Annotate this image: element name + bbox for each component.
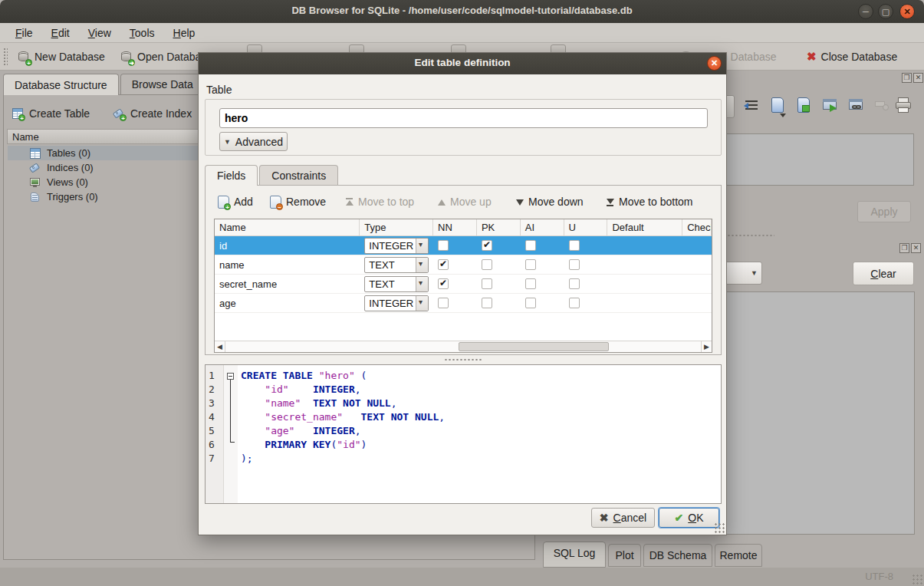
tab-sql-log[interactable]: SQL Log xyxy=(543,542,606,568)
column-header-type[interactable]: Type xyxy=(360,219,433,235)
save-file-icon[interactable] xyxy=(794,95,814,118)
dock-float-button[interactable]: ❐ xyxy=(899,243,909,253)
column-header-check[interactable]: Check xyxy=(682,219,712,235)
dialog-resize-grip[interactable] xyxy=(714,522,725,533)
field-default-cell[interactable] xyxy=(607,275,682,293)
field-row-secret_name[interactable]: secret_nameTEXT xyxy=(215,275,712,294)
type-combobox[interactable]: TEXT xyxy=(364,276,429,292)
column-header-name[interactable]: Name xyxy=(215,219,360,235)
menu-help[interactable]: Help xyxy=(166,25,203,41)
remove-field-button[interactable]: − Remove xyxy=(270,193,326,211)
field-check-cell[interactable] xyxy=(682,255,712,274)
field-name-cell[interactable]: secret_name xyxy=(215,275,360,293)
field-row-name[interactable]: nameTEXT xyxy=(215,255,712,275)
move-to-bottom-button[interactable]: Move to bottom xyxy=(606,193,693,211)
field-row-age[interactable]: ageINTEGER xyxy=(215,294,712,313)
dock-float-button[interactable]: ❐ xyxy=(902,73,912,83)
u-checkbox[interactable] xyxy=(569,298,580,308)
field-name-cell[interactable]: age xyxy=(215,294,360,312)
u-cell xyxy=(564,275,608,293)
ai-checkbox[interactable] xyxy=(525,278,536,289)
dock-close-button[interactable]: ✕ xyxy=(913,73,923,83)
tab-remote[interactable]: Remote xyxy=(715,544,762,567)
type-combobox[interactable]: INTEGER xyxy=(364,238,429,254)
column-header-ai[interactable]: AI xyxy=(521,219,564,235)
new-database-button[interactable]: + New Database xyxy=(12,46,110,67)
ok-button[interactable]: ✔ OK xyxy=(659,508,719,528)
field-name-cell[interactable]: name xyxy=(215,255,360,274)
fields-grid-hscrollbar[interactable]: ◀ ▶ xyxy=(215,341,712,352)
import-file-icon[interactable] xyxy=(768,95,788,118)
field-default-cell[interactable] xyxy=(607,255,682,274)
chevron-down-icon[interactable] xyxy=(416,277,428,291)
word-wrap-icon[interactable] xyxy=(742,95,762,118)
dialog-splitter-handle[interactable] xyxy=(444,358,482,361)
column-header-pk[interactable]: PK xyxy=(477,219,521,235)
dock-splitter-handle[interactable] xyxy=(727,234,774,237)
u-checkbox[interactable] xyxy=(569,259,580,270)
pk-checkbox[interactable] xyxy=(482,278,492,289)
nn-checkbox[interactable] xyxy=(438,259,449,270)
type-combobox[interactable]: INTEGER xyxy=(364,295,429,311)
create-index-button[interactable]: + Create Index xyxy=(113,104,192,123)
export-icon[interactable] xyxy=(820,95,840,118)
u-checkbox[interactable] xyxy=(569,278,580,289)
field-default-cell[interactable] xyxy=(607,236,682,255)
link-icon[interactable] xyxy=(847,95,866,118)
scroll-right-arrow[interactable]: ▶ xyxy=(701,341,712,352)
ai-checkbox[interactable] xyxy=(525,240,536,251)
column-header-nn[interactable]: NN xyxy=(433,219,477,235)
window-maximize-button[interactable]: ▢ xyxy=(878,4,893,19)
nn-checkbox[interactable] xyxy=(438,298,449,308)
tab-browse-data[interactable]: Browse Data xyxy=(120,74,205,95)
ai-checkbox[interactable] xyxy=(525,259,536,270)
field-check-cell[interactable] xyxy=(682,294,712,312)
scroll-left-arrow[interactable]: ◀ xyxy=(215,341,225,352)
cancel-button[interactable]: ✖ Cancel xyxy=(591,508,655,528)
menu-view[interactable]: View xyxy=(81,25,119,41)
tab-plot[interactable]: Plot xyxy=(608,544,641,567)
chevron-down-icon[interactable] xyxy=(416,239,428,253)
window-close-button[interactable]: ✕ xyxy=(899,4,915,19)
dock-close-button[interactable]: ✕ xyxy=(911,243,921,253)
toolbar-drag-handle[interactable] xyxy=(3,48,8,66)
print-icon[interactable] xyxy=(894,95,914,118)
table-name-input[interactable] xyxy=(219,108,708,128)
pk-checkbox[interactable] xyxy=(482,298,492,308)
menu-tools[interactable]: Tools xyxy=(122,25,163,41)
column-header-u[interactable]: U xyxy=(564,219,608,235)
scrollbar-thumb[interactable] xyxy=(459,342,609,351)
window-resize-grip[interactable] xyxy=(912,574,922,584)
clear-log-button[interactable]: Clear xyxy=(853,262,914,285)
tab-constraints[interactable]: Constraints xyxy=(259,165,338,186)
move-down-button[interactable]: Move down xyxy=(515,193,584,211)
menubar: File Edit View Tools Help xyxy=(0,23,924,43)
create-table-button[interactable]: + Create Table xyxy=(12,104,90,123)
field-row-id[interactable]: idINTEGER xyxy=(215,236,712,255)
fold-collapse-icon[interactable] xyxy=(227,373,234,380)
chevron-down-icon[interactable] xyxy=(416,258,428,272)
type-combobox[interactable]: TEXT xyxy=(364,257,429,273)
menu-edit[interactable]: Edit xyxy=(44,25,77,41)
add-field-button[interactable]: + Add xyxy=(218,193,253,211)
tab-database-structure[interactable]: Database Structure xyxy=(3,74,119,95)
field-name-cell[interactable]: id xyxy=(215,236,360,255)
menu-file[interactable]: File xyxy=(8,25,41,41)
field-check-cell[interactable] xyxy=(682,236,712,255)
pk-checkbox[interactable] xyxy=(482,259,492,270)
close-database-button[interactable]: ✖ Close Database xyxy=(802,46,902,67)
chevron-down-icon[interactable] xyxy=(416,296,428,311)
column-header-default[interactable]: Default xyxy=(607,219,682,235)
field-default-cell[interactable] xyxy=(607,294,682,312)
tab-db-schema[interactable]: DB Schema xyxy=(643,544,712,567)
ai-checkbox[interactable] xyxy=(525,298,536,308)
tab-fields[interactable]: Fields xyxy=(205,165,258,186)
dialog-close-button[interactable]: ✕ xyxy=(707,56,722,71)
window-minimize-button[interactable]: ─ xyxy=(858,4,873,19)
advanced-button[interactable]: ▼ Advanced xyxy=(219,132,288,151)
u-checkbox[interactable] xyxy=(569,240,580,251)
nn-checkbox[interactable] xyxy=(438,278,449,289)
pk-checkbox[interactable] xyxy=(482,240,492,251)
field-check-cell[interactable] xyxy=(682,275,712,293)
nn-checkbox[interactable] xyxy=(438,240,449,251)
